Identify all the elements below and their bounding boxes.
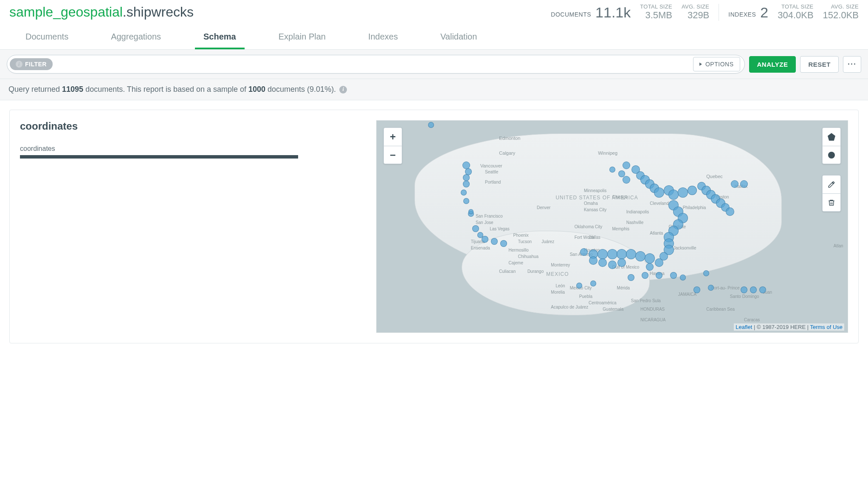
content: coordinates coordinates EdmontonCalgaryW… <box>0 100 868 353</box>
analyze-button[interactable]: ANALYZE <box>749 56 796 73</box>
map-marker[interactable] <box>580 248 588 256</box>
collection-stats: DOCUMENTS 11.1k TOTAL SIZE 3.5MB AVG. SI… <box>551 3 859 21</box>
map-marker[interactable] <box>461 190 467 196</box>
stat-documents: DOCUMENTS 11.1k <box>551 5 631 20</box>
map-marker[interactable] <box>472 225 479 232</box>
map-marker[interactable] <box>642 272 648 279</box>
map-marker[interactable] <box>646 263 654 271</box>
map-panel[interactable]: EdmontonCalgaryWinnipegVancouverSeattleP… <box>376 120 848 333</box>
map-marker[interactable] <box>617 249 627 259</box>
zoom-in-button[interactable]: + <box>384 128 402 146</box>
map-marker[interactable] <box>655 258 663 267</box>
more-options-button[interactable]: ··· <box>843 56 861 73</box>
map-marker[interactable] <box>608 261 617 269</box>
map-marker[interactable] <box>759 286 766 293</box>
draw-control <box>822 128 841 164</box>
map-marker[interactable] <box>463 198 469 204</box>
edit-shapes-button[interactable] <box>823 176 840 193</box>
draw-polygon-button[interactable] <box>823 128 840 146</box>
map-marker[interactable] <box>740 180 748 188</box>
map-marker[interactable] <box>465 168 472 175</box>
field-type-bar <box>20 155 298 159</box>
map-marker[interactable] <box>693 286 700 293</box>
map-marker[interactable] <box>463 174 470 181</box>
documents-value: 11.1k <box>595 5 631 20</box>
tab-aggregations[interactable]: Aggregations <box>102 26 169 49</box>
map-marker[interactable] <box>623 162 630 169</box>
map-marker[interactable] <box>589 256 597 265</box>
map-marker[interactable] <box>428 122 434 128</box>
map-background <box>377 121 848 332</box>
zoom-control: + − <box>383 128 402 164</box>
map-marker[interactable] <box>635 251 645 261</box>
field-type-label: coordinates <box>20 145 368 153</box>
query-summary: Query returned 11095 documents. This rep… <box>0 79 868 100</box>
map-marker[interactable] <box>668 190 679 200</box>
draw-circle-button[interactable] <box>823 146 840 164</box>
caret-right-icon <box>699 62 702 66</box>
pentagon-icon <box>828 133 835 141</box>
namespace-title: sample_geospatial.shipwrecks <box>9 4 194 20</box>
stat-divider <box>719 4 719 21</box>
terms-link[interactable]: Terms of Use <box>810 324 843 330</box>
map-marker[interactable] <box>750 286 757 293</box>
stat-idx-total-size: TOTAL SIZE 304.0KB <box>778 3 813 21</box>
tab-validation[interactable]: Validation <box>432 26 485 49</box>
tab-documents[interactable]: Documents <box>17 26 77 49</box>
map-marker[interactable] <box>645 253 655 264</box>
zoom-out-button[interactable]: − <box>384 146 402 164</box>
map-marker[interactable] <box>617 258 626 267</box>
map-marker[interactable] <box>618 170 625 177</box>
map-marker[interactable] <box>726 207 734 216</box>
map-marker[interactable] <box>654 187 664 198</box>
header: sample_geospatial.shipwrecks DOCUMENTS 1… <box>0 0 868 26</box>
tab-schema[interactable]: Schema <box>195 26 245 49</box>
stat-idx-avg-size: AVG. SIZE 152.0KB <box>823 3 859 21</box>
map-marker[interactable] <box>626 249 636 259</box>
map-marker[interactable] <box>741 286 747 293</box>
map-marker[interactable] <box>680 275 686 280</box>
map-marker[interactable] <box>597 249 608 259</box>
map-marker[interactable] <box>688 186 697 195</box>
map-marker[interactable] <box>678 187 688 198</box>
map-marker[interactable] <box>623 176 630 184</box>
edit-control <box>822 175 841 212</box>
map-marker[interactable] <box>590 280 596 286</box>
map-marker[interactable] <box>468 209 473 214</box>
map-marker[interactable] <box>628 274 634 281</box>
info-icon[interactable]: i <box>339 86 347 94</box>
map-attribution: Leaflet | © 1987-2019 HERE | Terms of Us… <box>734 323 844 331</box>
tabs: Documents Aggregations Schema Explain Pl… <box>0 26 868 50</box>
filter-bar: i FILTER OPTIONS ANALYZE RESET ··· <box>0 50 868 79</box>
documents-label: DOCUMENTS <box>551 11 591 20</box>
field-panel: coordinates coordinates <box>20 120 368 333</box>
map-marker[interactable] <box>598 258 607 267</box>
collection-name: .shipwrecks <box>123 4 194 20</box>
map-marker[interactable] <box>607 249 617 259</box>
tab-indexes[interactable]: Indexes <box>360 26 406 49</box>
trash-icon <box>828 199 835 207</box>
map-marker[interactable] <box>482 236 488 243</box>
reset-button[interactable]: RESET <box>800 56 839 73</box>
leaflet-link[interactable]: Leaflet <box>736 324 752 330</box>
map-marker[interactable] <box>500 240 507 247</box>
map-marker[interactable] <box>609 167 615 173</box>
map-marker[interactable] <box>731 180 738 188</box>
options-button[interactable]: OPTIONS <box>693 57 740 71</box>
schema-field-card: coordinates coordinates EdmontonCalgaryW… <box>9 110 859 343</box>
map-marker[interactable] <box>491 238 498 245</box>
map-marker[interactable] <box>463 181 470 187</box>
map-marker[interactable] <box>576 283 582 289</box>
map-marker[interactable] <box>703 270 709 276</box>
circle-icon <box>828 152 835 159</box>
stat-doc-total-size: TOTAL SIZE 3.5MB <box>640 3 672 21</box>
database-name[interactable]: sample_geospatial <box>9 4 123 20</box>
stat-indexes: INDEXES 2 <box>728 5 768 20</box>
filter-input[interactable] <box>53 58 693 71</box>
map-marker[interactable] <box>708 285 714 291</box>
delete-shapes-button[interactable] <box>823 193 840 211</box>
tab-explain-plan[interactable]: Explain Plan <box>270 26 334 49</box>
map-marker[interactable] <box>670 272 677 279</box>
filter-input-wrap: i FILTER OPTIONS <box>7 55 745 74</box>
map-marker[interactable] <box>656 272 662 279</box>
